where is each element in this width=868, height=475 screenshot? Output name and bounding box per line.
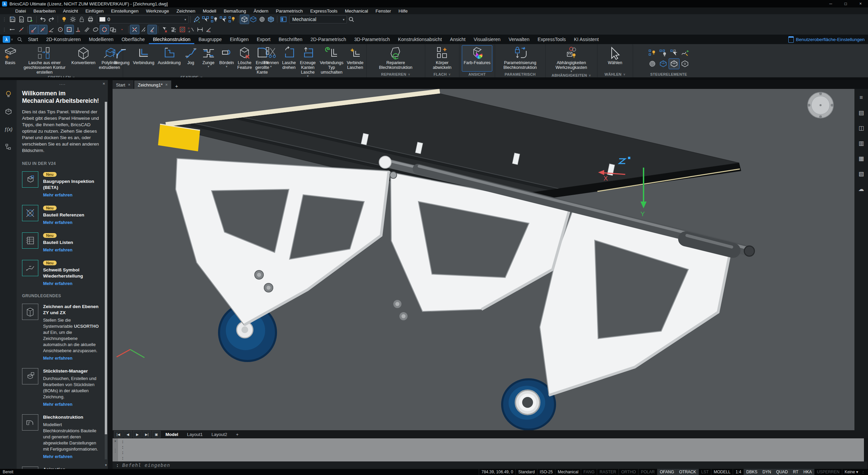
render-panel-icon[interactable]: ▧	[859, 170, 864, 177]
minimize-button[interactable]: ─	[823, 0, 838, 7]
toggle-modell[interactable]: MODELL	[711, 469, 733, 475]
tab-visualisieren[interactable]: Visualisieren	[470, 35, 505, 44]
command-input[interactable]: : Befehl eingeben	[113, 461, 867, 469]
dimension-tool-icon[interactable]	[196, 25, 204, 34]
layout-tab-layout2[interactable]: Layout2	[208, 430, 231, 438]
menu-datei[interactable]: Datei	[12, 8, 30, 14]
hatch-settings-icon[interactable]	[178, 25, 187, 34]
mehr-erfahren-link[interactable]: Mehr erfahren	[43, 402, 73, 407]
bricscad-logo-icon[interactable]: λ	[3, 36, 10, 43]
snap-node-icon[interactable]	[65, 25, 74, 34]
status-text-style[interactable]: Standard	[515, 469, 537, 475]
snap-apparent-intersection-icon[interactable]	[139, 25, 148, 34]
konvertieren-button[interactable]: Konvertieren	[70, 45, 97, 75]
search-icon[interactable]	[347, 15, 356, 24]
select-isolated-icon[interactable]	[669, 48, 679, 58]
toggle-polar[interactable]: POLAR	[638, 469, 657, 475]
clear-snaps-icon[interactable]	[160, 25, 169, 34]
toggle-dyn[interactable]: DYN	[760, 469, 773, 475]
chevron-down-icon[interactable]: ∨	[589, 74, 591, 77]
chevron-down-icon[interactable]: ∨	[448, 73, 451, 76]
mehr-erfahren-link[interactable]: Mehr erfahren	[43, 247, 73, 252]
bim-cube-icon[interactable]	[647, 59, 657, 69]
kanten-lasche-button[interactable]: Erzeuge Kanten Lasche ▾	[298, 45, 318, 78]
close-icon[interactable]: ×	[102, 81, 105, 86]
toggle-ortho[interactable]: ORTHO	[618, 469, 638, 475]
snap-quadrant-icon[interactable]	[100, 25, 109, 34]
mehr-erfahren-link[interactable]: Mehr erfahren	[43, 454, 73, 459]
chevron-down-icon[interactable]: ∨	[408, 73, 410, 76]
shaded-mode-icon[interactable]	[258, 15, 267, 24]
scroll-down-icon[interactable]: ▼	[104, 463, 107, 467]
panel-drag-handle[interactable]: ····	[59, 81, 65, 87]
menu-hilfe[interactable]: Hilfe	[395, 8, 411, 14]
tab-modellieren[interactable]: Modellieren	[85, 35, 117, 44]
loesche-feature-button[interactable]: Lösche Feature	[236, 45, 253, 75]
menu-mechanical[interactable]: Mechanical	[341, 8, 372, 14]
verbindungstyp-button[interactable]: Verbindungs Typ umschalten	[318, 45, 345, 78]
command-grip[interactable]: ⋮	[113, 448, 118, 453]
assembly-cube-icon[interactable]	[680, 59, 690, 69]
tab-ki-assistent[interactable]: KI Assistent	[570, 35, 603, 44]
wireframe-mode-icon[interactable]	[240, 15, 249, 24]
panel-scrollbar-thumb[interactable]	[105, 102, 107, 434]
structure-tree-icon[interactable]	[4, 142, 13, 151]
tab-verwalten[interactable]: Verwalten	[505, 35, 533, 44]
snap-angle-icon[interactable]	[47, 25, 56, 34]
select-entities-icon[interactable]	[219, 15, 228, 24]
biegung-button[interactable]: Biegung	[113, 45, 131, 75]
mehr-erfahren-link[interactable]: Mehr erfahren	[43, 192, 73, 197]
layer-freeze-sun-icon[interactable]	[68, 15, 77, 24]
toggle-lst[interactable]: LST	[698, 469, 711, 475]
angle-tool-icon[interactable]	[204, 25, 213, 34]
hidden-line-mode-icon[interactable]	[249, 15, 258, 24]
zunge-button[interactable]: Zunge ▾	[200, 45, 217, 75]
tab-beschriften[interactable]: Beschriften	[275, 35, 307, 44]
menu-parametrisch[interactable]: Parametrisch	[272, 8, 307, 14]
menu-bemassung[interactable]: Bemaßung	[220, 8, 250, 14]
dropdown-arrow-icon[interactable]: ▾	[307, 75, 309, 77]
tab-ansicht[interactable]: Ansicht	[446, 35, 470, 44]
hide-entities-icon[interactable]	[228, 15, 236, 24]
snap-intersection-icon[interactable]	[130, 25, 139, 34]
tab-3d-parametrisch[interactable]: 3D-Parametrisch	[350, 35, 394, 44]
toggle-raster[interactable]: RASTER	[597, 469, 618, 475]
status-coordinates[interactable]: 784.39, 106.49, 0	[479, 469, 515, 475]
trennen-button[interactable]: Trennen ▾	[262, 45, 280, 78]
mehr-erfahren-link[interactable]: Mehr erfahren	[43, 220, 73, 225]
cloud-panel-icon[interactable]: ☁	[859, 186, 864, 193]
toggle-rt[interactable]: RT	[790, 469, 801, 475]
tab-konstruktionsabsicht[interactable]: Konstruktionsabsicht	[394, 35, 446, 44]
ui-settings-link[interactable]: Benutzeroberfläche-Einstellungen	[788, 36, 865, 43]
menu-werkzeuge[interactable]: Werkzeuge	[142, 8, 173, 14]
dropdown-arrow-icon[interactable]: ▾	[571, 70, 572, 73]
toolbar-grip[interactable]: ⋮	[0, 27, 8, 32]
menu-bearbeiten[interactable]: Bearbeiten	[30, 8, 59, 14]
farb-features-button[interactable]: Farb-Features	[462, 45, 492, 71]
resize-grip[interactable]: .::	[861, 470, 868, 474]
verbinde-laschen-button[interactable]: Verbinde Laschen	[346, 45, 365, 78]
snap-insertion-icon[interactable]	[109, 25, 118, 34]
status-annotation[interactable]: Keine ▾	[842, 469, 861, 475]
snap-marker-icon[interactable]	[8, 25, 17, 34]
plot-icon[interactable]	[26, 15, 35, 24]
workspace-select[interactable]: Mechanical ▾	[289, 15, 347, 23]
ausklinkung-button[interactable]: Ausklinkung	[156, 45, 182, 75]
drawing-explorer-icon[interactable]	[279, 15, 288, 24]
xray-cube-icon[interactable]	[658, 59, 668, 69]
last-layout-button[interactable]: ▶|	[142, 431, 151, 438]
close-icon[interactable]: ×	[128, 82, 130, 87]
first-layout-button[interactable]: |◀	[114, 431, 123, 438]
blocks-panel-icon[interactable]: ◫	[859, 125, 864, 132]
tab-einfuegen[interactable]: Einfügen	[226, 35, 253, 44]
menu-aendern[interactable]: Ändern	[250, 8, 272, 14]
toggle-dbks[interactable]: DBKS	[744, 469, 760, 475]
menu-expresstools[interactable]: ExpressTools	[307, 8, 341, 14]
chevron-down-icon[interactable]: ∨	[11, 38, 13, 41]
snap-center-icon[interactable]	[56, 25, 65, 34]
layout-list-icon[interactable]: ▣	[152, 431, 161, 438]
save-icon[interactable]	[8, 15, 17, 24]
snap-ellipse-icon[interactable]	[91, 25, 100, 34]
koerper-abwickeln-button[interactable]: Körper abwickeln	[427, 45, 458, 71]
solid-cube-icon[interactable]	[669, 59, 679, 69]
